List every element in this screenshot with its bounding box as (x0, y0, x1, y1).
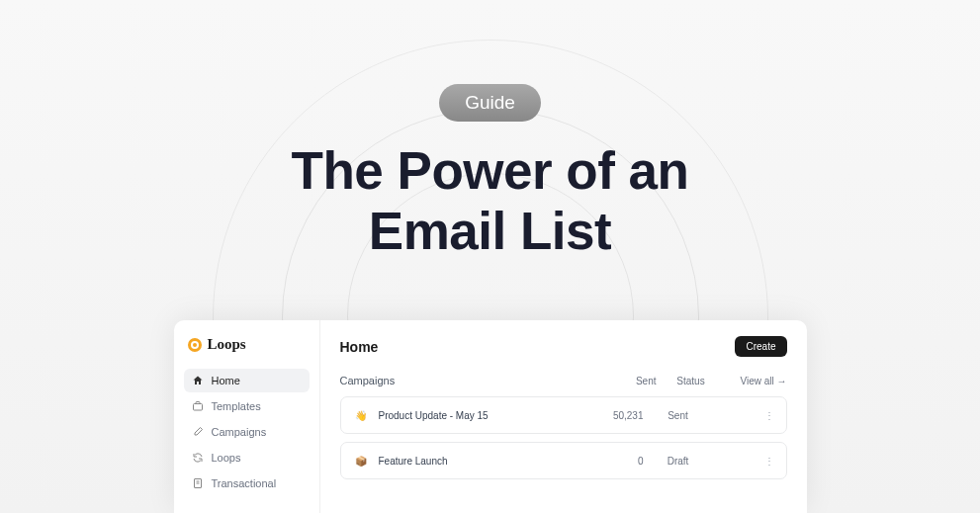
sidebar-item-campaigns[interactable]: Campaigns (184, 420, 310, 444)
campaign-status: Draft (644, 456, 713, 467)
main-title: Home (340, 339, 379, 355)
page-title: The Power of an Email List (0, 141, 980, 262)
sidebar-item-loops[interactable]: Loops (184, 446, 310, 470)
receipt-icon (192, 477, 204, 489)
sidebar-item-label: Transactional (212, 477, 277, 489)
loops-logo-icon (188, 338, 202, 352)
campaign-sent: 50,231 (575, 410, 644, 421)
brand-name: Loops (208, 336, 246, 353)
row-menu-button[interactable]: ⋮ (713, 410, 774, 421)
refresh-icon (192, 452, 204, 464)
campaign-name: Feature Launch (379, 456, 575, 467)
app-window: Loops Home Templates Campaigns Loops (174, 320, 807, 513)
row-menu-button[interactable]: ⋮ (713, 456, 774, 467)
edit-icon (192, 426, 204, 438)
section-title: Campaigns (340, 375, 587, 386)
column-sent: Sent (587, 376, 657, 386)
create-button[interactable]: Create (735, 336, 786, 357)
row-emoji-icon: 📦 (353, 453, 369, 469)
brand-logo[interactable]: Loops (184, 336, 310, 353)
sidebar-item-label: Templates (212, 400, 261, 412)
guide-badge: Guide (439, 84, 541, 122)
sidebar-item-label: Campaigns (212, 426, 267, 438)
sidebar-item-transactional[interactable]: Transactional (184, 471, 310, 495)
sidebar: Loops Home Templates Campaigns Loops (174, 320, 320, 513)
briefcase-icon (192, 400, 204, 412)
sidebar-item-home[interactable]: Home (184, 369, 310, 392)
home-icon (192, 375, 204, 386)
campaign-sent: 0 (575, 456, 644, 467)
main-panel: Home Create Campaigns Sent Status View a… (320, 320, 807, 513)
table-row[interactable]: 📦 Feature Launch 0 Draft ⋮ (340, 442, 787, 479)
hero-area: Guide The Power of an Email List (0, 0, 980, 262)
svg-rect-0 (193, 404, 202, 411)
table-row[interactable]: 👋 Product Update - May 15 50,231 Sent ⋮ (340, 396, 787, 434)
sidebar-item-label: Loops (212, 452, 241, 464)
column-status: Status (657, 376, 726, 386)
row-emoji-icon: 👋 (353, 407, 369, 423)
view-all-link[interactable]: View all → (726, 376, 787, 386)
campaign-status: Sent (644, 410, 713, 421)
campaign-name: Product Update - May 15 (379, 410, 575, 421)
sidebar-item-templates[interactable]: Templates (184, 394, 310, 418)
sidebar-item-label: Home (212, 375, 240, 386)
